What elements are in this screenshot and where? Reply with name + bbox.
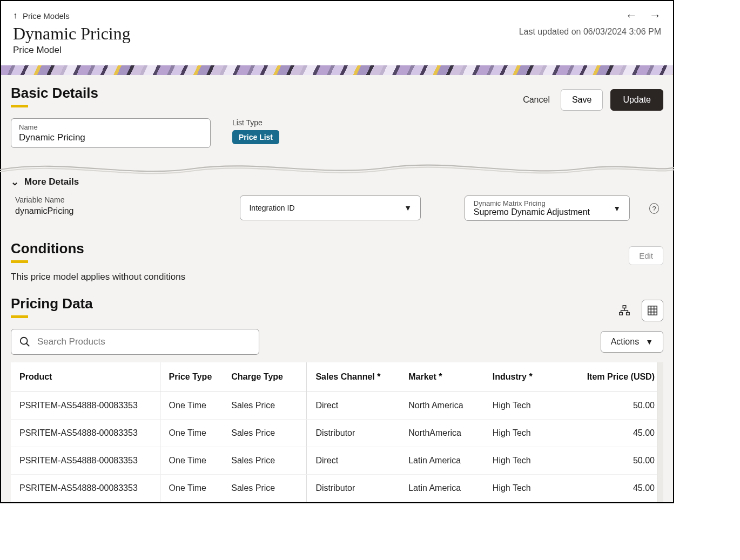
svg-point-4 xyxy=(21,338,28,345)
cell-price-type: One Time xyxy=(160,392,223,420)
cell-item-price: 50.00 xyxy=(568,392,664,420)
breadcrumb-parent[interactable]: Price Models xyxy=(23,11,70,21)
edit-conditions-button[interactable]: Edit xyxy=(629,246,663,265)
cell-product: PSRITEM-AS54888-00083353 xyxy=(11,447,160,475)
nav-prev-icon[interactable]: ← xyxy=(625,9,637,23)
variable-name-value: dynamicPricing xyxy=(15,206,186,216)
table-row[interactable]: PSRITEM-AS54888-00083353One TimeSales Pr… xyxy=(11,420,663,447)
decorative-stripe xyxy=(1,65,673,75)
hierarchy-icon xyxy=(618,305,630,316)
dynamic-matrix-value: Supremo Dynamic Adjustment xyxy=(474,207,590,217)
search-products-field[interactable] xyxy=(11,329,259,355)
update-button[interactable]: Update xyxy=(610,89,663,111)
table-row[interactable]: PSRITEM-AS54888-00083353One TimeSales Pr… xyxy=(11,392,663,420)
cell-item-price: 45.00 xyxy=(568,475,664,502)
cell-sales-channel: Distributor xyxy=(307,475,400,502)
heading-underline xyxy=(11,105,28,107)
heading-underline xyxy=(11,315,28,318)
cell-industry: High Tech xyxy=(484,420,568,447)
svg-rect-2 xyxy=(627,313,630,315)
grid-icon xyxy=(647,305,658,316)
caret-down-icon: ▼ xyxy=(645,338,653,346)
cell-market: Latin America xyxy=(400,475,484,502)
cell-market: North America xyxy=(400,392,484,420)
cell-industry: High Tech xyxy=(484,475,568,502)
last-updated: Last updated on 06/03/2024 3:06 PM xyxy=(519,27,661,37)
col-charge-type[interactable]: Charge Type xyxy=(223,362,307,392)
col-item-price[interactable]: Item Price (USD) xyxy=(568,362,664,392)
col-price-type[interactable]: Price Type xyxy=(160,362,223,392)
nav-next-icon[interactable]: → xyxy=(649,9,661,23)
cell-charge-type: Sales Price xyxy=(223,447,307,475)
cell-price-type: One Time xyxy=(160,420,223,447)
pricing-table: Product Price Type Charge Type Sales Cha… xyxy=(11,362,663,502)
cell-item-price: 45.00 xyxy=(568,420,664,447)
grid-view-button[interactable] xyxy=(642,300,663,321)
integration-id-select[interactable]: Integration ID ▼ xyxy=(240,195,421,220)
col-market[interactable]: Market * xyxy=(400,362,484,392)
pricing-data-heading: Pricing Data xyxy=(11,295,93,312)
search-icon xyxy=(19,336,31,348)
hierarchy-view-button[interactable] xyxy=(614,300,635,321)
table-row[interactable]: PSRITEM-AS54888-00083353One TimeSales Pr… xyxy=(11,475,663,502)
section-separator xyxy=(0,158,674,179)
name-input[interactable] xyxy=(19,132,203,143)
cell-industry: High Tech xyxy=(484,392,568,420)
name-label: Name xyxy=(19,123,203,131)
cell-product: PSRITEM-AS54888-00083353 xyxy=(11,420,160,447)
save-button[interactable]: Save xyxy=(561,89,603,111)
svg-rect-3 xyxy=(648,306,657,315)
cell-price-type: One Time xyxy=(160,475,223,502)
page-title: Dynamic Pricing xyxy=(13,24,131,44)
integration-id-placeholder: Integration ID xyxy=(249,204,294,212)
search-products-input[interactable] xyxy=(37,336,251,347)
heading-underline xyxy=(11,260,28,263)
cell-market: NorthAmerica xyxy=(400,420,484,447)
dynamic-matrix-select[interactable]: Dynamic Matrix Pricing Supremo Dynamic A… xyxy=(465,195,630,221)
list-type-chip: Price List xyxy=(232,130,279,144)
cell-product: PSRITEM-AS54888-00083353 xyxy=(11,475,160,502)
cell-charge-type: Sales Price xyxy=(223,420,307,447)
list-type-label: List Type xyxy=(232,118,279,127)
table-scrollbar[interactable] xyxy=(657,362,663,502)
caret-down-icon: ▼ xyxy=(404,204,412,212)
actions-menu-button[interactable]: Actions ▼ xyxy=(601,331,663,353)
up-arrow-icon[interactable]: ↑ xyxy=(13,11,17,21)
svg-rect-1 xyxy=(620,313,623,315)
cell-product: PSRITEM-AS54888-00083353 xyxy=(11,392,160,420)
conditions-heading: Conditions xyxy=(11,240,84,257)
cell-market: Latin America xyxy=(400,447,484,475)
dynamic-matrix-label: Dynamic Matrix Pricing xyxy=(474,199,590,207)
cell-price-type: One Time xyxy=(160,447,223,475)
page-subtitle: Price Model xyxy=(13,45,131,56)
svg-rect-0 xyxy=(623,306,626,308)
cell-sales-channel: Direct xyxy=(307,447,400,475)
cell-item-price: 50.00 xyxy=(568,447,664,475)
cell-charge-type: Sales Price xyxy=(223,392,307,420)
help-icon[interactable]: ? xyxy=(649,203,659,214)
cell-sales-channel: Distributor xyxy=(307,420,400,447)
name-field[interactable]: Name xyxy=(11,118,211,148)
col-industry[interactable]: Industry * xyxy=(484,362,568,392)
conditions-text: This price model applies without conditi… xyxy=(11,272,663,282)
basic-details-heading: Basic Details xyxy=(11,85,98,102)
caret-down-icon: ▼ xyxy=(613,204,621,213)
col-sales-channel[interactable]: Sales Channel * xyxy=(307,362,400,392)
cell-charge-type: Sales Price xyxy=(223,475,307,502)
table-row[interactable]: PSRITEM-AS54888-00083353One TimeSales Pr… xyxy=(11,447,663,475)
cancel-button[interactable]: Cancel xyxy=(520,91,553,109)
cell-industry: High Tech xyxy=(484,447,568,475)
variable-name-label: Variable Name xyxy=(15,195,186,204)
cell-sales-channel: Direct xyxy=(307,392,400,420)
col-product[interactable]: Product xyxy=(11,362,160,392)
actions-label: Actions xyxy=(611,337,639,347)
